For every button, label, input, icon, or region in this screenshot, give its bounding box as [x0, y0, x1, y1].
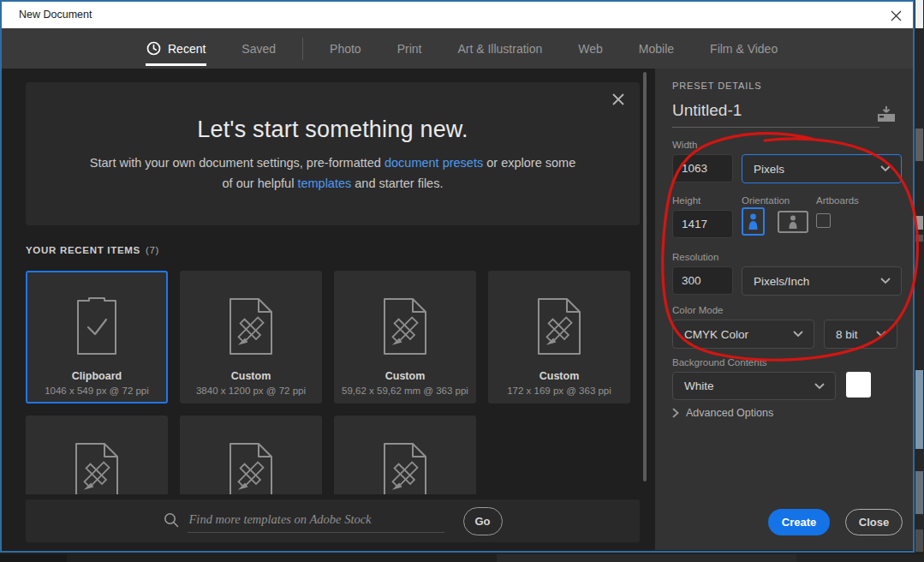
templates-link[interactable]: templates — [297, 176, 351, 190]
chevron-down-icon — [876, 331, 886, 338]
tab-saved[interactable]: Saved — [224, 28, 294, 69]
orientation-label: Orientation — [742, 195, 790, 206]
orientation-landscape-button[interactable] — [778, 211, 808, 233]
width-unit-value: Pixels — [754, 163, 784, 176]
create-button[interactable]: Create — [768, 509, 830, 535]
window-close-button[interactable] — [885, 5, 906, 26]
category-tabbar: Recent Saved Photo Print Art & Illustrat… — [2, 28, 913, 69]
clock-icon — [146, 41, 161, 56]
tab-art-illustration[interactable]: Art & Illustration — [439, 28, 560, 69]
hero-title: Let's start something new. — [26, 117, 640, 143]
tab-label: Web — [578, 42, 603, 56]
bit-depth-value: 8 bit — [836, 328, 858, 341]
hero-banner: Let's start something new. Start with yo… — [26, 82, 640, 225]
tab-film-video[interactable]: Film & Video — [692, 28, 796, 69]
hero-text: and starter files. — [351, 176, 443, 190]
stock-search-input[interactable] — [188, 509, 444, 533]
new-document-dialog: New Document Recent Saved Photo — [0, 0, 915, 553]
recent-item-partial-1[interactable] — [26, 416, 168, 494]
tab-label: Photo — [330, 42, 361, 56]
recent-item-custom-3[interactable]: Custom 172 x 169 px @ 363 ppi — [488, 271, 630, 404]
main-content: Let's start something new. Start with yo… — [2, 69, 655, 550]
chevron-down-icon — [880, 165, 891, 172]
color-mode-select[interactable]: CMYK Color — [672, 320, 814, 349]
document-presets-link[interactable]: document presets — [385, 156, 483, 170]
hero-close-button[interactable] — [611, 93, 626, 108]
height-input[interactable] — [672, 210, 733, 238]
card-meta: 59,62 x 59,62 mm @ 363 ppi — [334, 386, 476, 396]
advanced-options-label: Advanced Options — [686, 407, 773, 419]
custom-document-icon — [226, 440, 276, 494]
resolution-unit-select[interactable]: Pixels/Inch — [742, 266, 902, 296]
save-preset-icon[interactable] — [876, 106, 897, 126]
card-title: Custom — [488, 370, 630, 382]
recent-item-partial-3[interactable] — [334, 416, 476, 494]
search-icon — [164, 512, 179, 528]
width-input[interactable] — [672, 154, 733, 182]
tab-print[interactable]: Print — [379, 28, 440, 69]
color-mode-value: CMYK Color — [684, 328, 748, 341]
close-button[interactable]: Close — [845, 509, 903, 535]
card-meta: 3840 x 1200 px @ 72 ppi — [180, 386, 322, 396]
main-scrollbar[interactable] — [643, 72, 647, 481]
width-label: Width — [672, 140, 697, 150]
tab-divider — [302, 38, 303, 60]
chevron-right-icon — [672, 408, 679, 418]
background-contents-value: White — [684, 380, 714, 392]
chevron-down-icon — [880, 278, 891, 284]
landscape-person-icon — [788, 215, 798, 229]
background-app-bottom-sliver — [0, 553, 924, 562]
tab-photo[interactable]: Photo — [312, 28, 379, 69]
resolution-input[interactable] — [672, 266, 733, 295]
recent-item-partial-2[interactable] — [180, 416, 322, 494]
portrait-person-icon — [748, 213, 759, 230]
dialog-titlebar: New Document — [2, 2, 913, 28]
chevron-down-icon — [814, 383, 825, 390]
recent-item-custom-2[interactable]: Custom 59,62 x 59,62 mm @ 363 ppi — [334, 271, 476, 404]
adobe-stock-search-bar: Go — [26, 499, 640, 542]
card-title: Custom — [180, 370, 322, 382]
close-icon — [611, 93, 625, 106]
recent-items-heading: YOUR RECENT ITEMS(7) — [26, 245, 159, 255]
width-unit-select[interactable]: Pixels — [742, 154, 902, 183]
document-name-input[interactable]: Untitled-1 — [672, 101, 879, 128]
screen: New Document Recent Saved Photo — [0, 0, 924, 562]
advanced-options-toggle[interactable]: Advanced Options — [672, 407, 773, 419]
background-app-right-sliver — [915, 0, 924, 562]
preset-details-header: PRESET DETAILS — [672, 81, 762, 91]
recent-items-row-2 — [26, 416, 476, 494]
recent-item-custom-1[interactable]: Custom 3840 x 1200 px @ 72 ppi — [180, 271, 322, 404]
hero-body: Start with your own document settings, p… — [85, 153, 581, 194]
background-contents-select[interactable]: White — [672, 372, 836, 400]
recent-items-label: YOUR RECENT ITEMS — [26, 245, 140, 255]
chevron-down-icon — [793, 331, 803, 338]
tab-recent[interactable]: Recent — [128, 28, 224, 69]
hero-text: Start with your own document settings, p… — [90, 156, 385, 170]
recent-item-clipboard[interactable]: Clipboard 1046 x 549 px @ 72 ppi — [26, 271, 168, 404]
preset-details-panel: PRESET DETAILS Untitled-1 Width Pixels — [655, 69, 913, 550]
background-color-swatch[interactable] — [846, 372, 871, 398]
tab-mobile[interactable]: Mobile — [621, 28, 692, 69]
close-icon — [891, 10, 902, 21]
custom-document-icon — [72, 440, 122, 494]
tab-label: Art & Illustration — [457, 42, 542, 56]
card-meta: 1046 x 549 px @ 72 ppi — [27, 386, 166, 396]
resolution-label: Resolution — [672, 252, 718, 262]
tab-label: Saved — [241, 42, 276, 56]
go-button[interactable]: Go — [463, 507, 503, 535]
tab-label: Print — [397, 42, 422, 56]
tab-web[interactable]: Web — [560, 28, 621, 69]
tab-label: Film & Video — [710, 42, 778, 56]
orientation-portrait-button[interactable] — [742, 207, 765, 236]
height-label: Height — [672, 195, 700, 206]
resolution-unit-value: Pixels/Inch — [754, 275, 809, 288]
bit-depth-select[interactable]: 8 bit — [824, 320, 897, 349]
artboards-label: Artboards — [816, 195, 859, 206]
custom-document-icon — [380, 296, 430, 357]
dialog-title: New Document — [19, 9, 92, 21]
tab-label: Recent — [168, 42, 206, 56]
tab-label: Mobile — [639, 42, 674, 56]
color-mode-label: Color Mode — [672, 305, 723, 315]
clipboard-check-icon — [73, 296, 121, 357]
artboards-checkbox[interactable] — [816, 213, 831, 228]
